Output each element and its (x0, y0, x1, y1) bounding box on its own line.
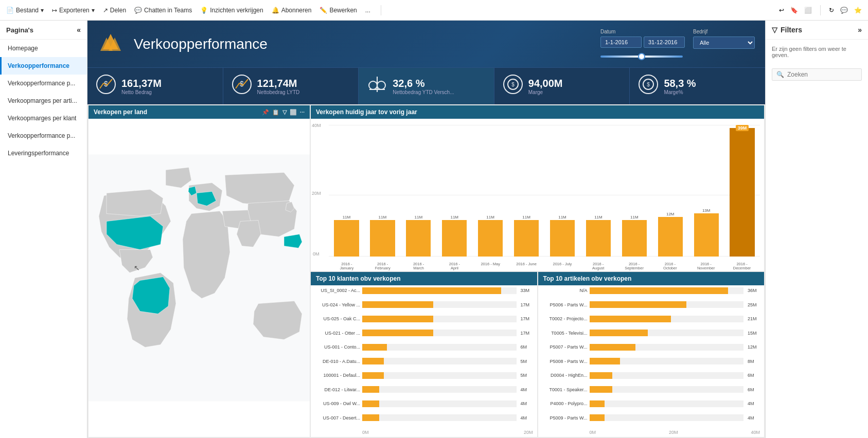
toolbar-item-more[interactable]: ... (365, 7, 370, 14)
dashboard-logo (98, 31, 123, 57)
window-icon[interactable]: ⬜ (804, 7, 812, 14)
hbar-row: US-009 - Owl W...4M (315, 400, 533, 407)
hbar-bar (362, 344, 387, 351)
refresh-icon[interactable]: ↻ (829, 7, 834, 14)
pin-icon[interactable]: 📌 (262, 109, 269, 116)
toolbar-item-bestand[interactable]: 📄 Bestand ▾ (6, 7, 44, 14)
hbar-row: US_SI_0002 - Ac...33M (315, 287, 533, 294)
customers-bars: US_SI_0002 - Ac...33MUS-024 - Yellow ...… (315, 287, 533, 435)
toolbar-item-abonneren[interactable]: 🔔 Abonneren (272, 7, 312, 14)
sidebar-item-homepage[interactable]: Homepage (0, 40, 87, 57)
hbar-bar (590, 400, 605, 407)
bar-group-apr: 11M (437, 125, 472, 257)
toolbar-item-bewerken[interactable]: ✏️ Bewerken (320, 7, 357, 14)
hbar-bar (590, 414, 605, 421)
articles-bars: N/A36MP5006 - Parts W...25MT0002 - Proje… (542, 287, 760, 435)
charts-area: Verkopen per land 📌 📋 ▽ ⬜ ··· (87, 104, 765, 438)
toolbar-item-teams[interactable]: 💬 Chatten in Teams (134, 7, 192, 14)
chevron-icon: ▾ (41, 7, 44, 14)
hbar-row: T0002 - Projecto...21M (542, 316, 760, 322)
bar-group-feb: 11M (365, 125, 400, 257)
hbar-bar (362, 301, 433, 308)
hbar-bar (362, 316, 433, 322)
sidebar-item-verkoopmarges-arti[interactable]: Verkoopmarges per arti... (0, 92, 87, 110)
copy-icon[interactable]: 📋 (272, 109, 279, 116)
bar-jan (334, 220, 359, 256)
top10-customers-header: Top 10 klanten obv verkopen (311, 272, 537, 285)
bar-group-aug: 11M (580, 125, 616, 257)
kpi-icon-1: $ (96, 74, 116, 98)
y-label-0m: 0M (313, 251, 320, 257)
bars-wrapper: 11M 11M 11M (329, 125, 760, 257)
undo-icon[interactable]: ↩ (779, 7, 784, 14)
expand-icon[interactable]: ⬜ (290, 109, 297, 116)
filter-bedrijf: Bedrijf Alle (693, 29, 755, 49)
hbar-bar (362, 358, 384, 364)
bar-chart-panel: Verkopen huidig jaar tov vorig jaar 40M … (311, 105, 764, 271)
filter-datum-to[interactable] (644, 36, 685, 48)
toolbar-item-exporteren[interactable]: ↦ Exporteren ▾ (52, 7, 95, 14)
toolbar-item-delen[interactable]: ↗ Delen (103, 7, 126, 14)
hbar-row: DE-010 - A.Datu...5M (315, 358, 533, 364)
bar-apr (442, 220, 467, 256)
sidebar-item-verkoopperformance-p1[interactable]: Verkoopperformance p... (0, 75, 87, 92)
hbar-bar (590, 301, 687, 308)
kpi-icon-2: $ (232, 74, 252, 98)
bar-jun (514, 220, 539, 256)
kpi-value-4: 94,00M (528, 78, 563, 89)
hbar-row: US-024 - Yellow ...17M (315, 301, 533, 308)
bar-group-nov: 13M (688, 125, 724, 257)
sidebar-item-verkoopmarges-klant[interactable]: Verkoopmarges per klant (0, 110, 87, 127)
hbar-row: N/A36M (542, 287, 760, 294)
kpi-value-1: 161,37M (121, 78, 162, 89)
dashboard: Verkoopperformance Datum Be (87, 21, 765, 438)
kpi-icon-3 (367, 74, 387, 98)
hbar-row: US-001 - Conto...6M (315, 344, 533, 351)
hbar-bar (590, 344, 636, 351)
star-icon[interactable]: ⭐ (854, 7, 862, 14)
bar-aug (586, 220, 611, 256)
filter-datum-from[interactable] (600, 36, 642, 48)
filter-icon[interactable]: ▽ (282, 109, 287, 116)
filter-icon-header: ▽ (772, 26, 777, 34)
kpi-value-5: 58,3 % (664, 78, 696, 89)
kpi-icon-5: $ (638, 74, 659, 98)
file-icon: 📄 (6, 7, 14, 14)
hbar-row: T0001 - Speaker...6M (542, 386, 760, 393)
hbar-row: US-025 - Oak C...17M (315, 316, 533, 322)
kpi-value-2: 121,74M (257, 78, 300, 89)
hbar-bar (362, 372, 384, 379)
bar-group-oct: 12M (652, 125, 688, 257)
top10-customers-panel: Top 10 klanten obv verkopen US_SI_0002 -… (311, 272, 537, 437)
chart-header-icons[interactable]: 📌 📋 ▽ ⬜ ··· (262, 109, 305, 116)
toolbar-item-inzichten[interactable]: 💡 Inzichten verkrijgen (200, 7, 263, 14)
right-panel-expand[interactable]: » (858, 26, 862, 34)
right-panel-search: 🔍 (766, 64, 868, 85)
top10-articles-header: Top 10 artikelen obv verkopen (538, 272, 765, 285)
bookmark-icon[interactable]: 🔖 (790, 7, 798, 14)
sidebar-item-verkoopperformance-p2[interactable]: Verkoopperformance p... (0, 127, 87, 144)
hbar-bar (590, 316, 671, 322)
top10-articles-panel: Top 10 artikelen obv verkopen N/A36MP500… (538, 272, 765, 437)
filter-bedrijf-select[interactable]: Alle (693, 36, 755, 49)
sidebar-item-verkoopperformance[interactable]: Verkoopperformance (0, 57, 87, 75)
sidebar-collapse-icon[interactable]: « (77, 26, 81, 34)
filter-search-input[interactable] (787, 71, 857, 78)
bar-group-may: 11M (473, 125, 508, 257)
bar-sep (622, 220, 647, 256)
toolbar-separator (381, 5, 381, 15)
svg-point-9 (377, 81, 385, 89)
filter-datum-slider[interactable] (600, 56, 683, 58)
top10-customers-body: US_SI_0002 - Ac...33MUS-024 - Yellow ...… (311, 285, 537, 437)
sidebar-item-leveringsperformance[interactable]: Leveringsperformance (0, 144, 87, 162)
map-chart-body: ↖ (88, 119, 310, 437)
comment-icon[interactable]: 💬 (840, 7, 848, 14)
hbar-bar (362, 386, 379, 393)
map-chart-header: Verkopen per land 📌 📋 ▽ ⬜ ··· (88, 105, 310, 119)
more-icon[interactable]: ··· (300, 109, 305, 116)
kpi-value-3: 32,6 % (393, 78, 454, 89)
bar-feb (370, 220, 395, 256)
world-map-svg: ↖ (88, 119, 310, 437)
hbar-row: DE-012 - Litwar...4M (315, 386, 533, 393)
dashboard-header: Verkoopperformance Datum Be (87, 21, 765, 67)
